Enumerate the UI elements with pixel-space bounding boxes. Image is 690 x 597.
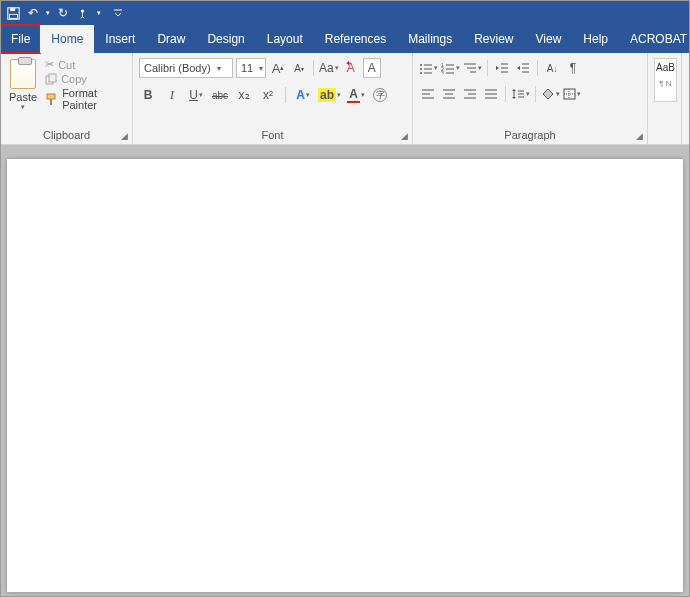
style-normal[interactable]: AaB ¶ N xyxy=(654,58,677,102)
tab-home[interactable]: Home xyxy=(40,25,94,53)
undo-icon[interactable]: ↶ xyxy=(28,6,38,20)
chevron-down-icon: ▾ xyxy=(259,64,263,73)
tab-view[interactable]: View xyxy=(525,25,573,53)
ribbon-tabs: File Home Insert Draw Design Layout Refe… xyxy=(1,25,689,53)
group-clipboard: Paste ▾ ✂ Cut Copy Format Painter Clipbo… xyxy=(1,53,133,144)
font-group-label: Font xyxy=(137,127,408,144)
shading-button[interactable]: ▾ xyxy=(541,84,560,104)
copy-icon xyxy=(45,73,57,85)
line-spacing-button[interactable]: ▾ xyxy=(511,84,530,104)
quick-access-toolbar: ↶ ▾ ↻ ▾ xyxy=(1,1,689,25)
tab-references[interactable]: References xyxy=(314,25,397,53)
style-preview: AaB xyxy=(656,62,675,73)
cut-button[interactable]: ✂ Cut xyxy=(45,58,124,71)
svg-point-3 xyxy=(81,9,84,12)
character-border-button[interactable]: A xyxy=(363,58,381,78)
separator xyxy=(285,87,286,103)
svg-rect-8 xyxy=(50,99,52,105)
numbering-button[interactable]: 123▾ xyxy=(441,58,460,78)
subscript-button[interactable]: x₂ xyxy=(235,85,253,105)
redo-icon[interactable]: ↻ xyxy=(58,6,68,20)
justify-button[interactable] xyxy=(482,84,500,104)
svg-rect-2 xyxy=(9,14,17,18)
touch-mode-icon[interactable] xyxy=(76,7,89,20)
change-case-button[interactable]: Aa▾ xyxy=(319,58,339,78)
clear-formatting-button[interactable]: A✦ xyxy=(342,58,360,78)
separator xyxy=(313,60,314,76)
highlight-button[interactable]: ab▾ xyxy=(318,85,341,105)
format-painter-label: Format Painter xyxy=(62,87,124,111)
italic-button[interactable]: I xyxy=(163,85,181,105)
styles-group-label xyxy=(652,139,677,144)
clipboard-group-label: Clipboard xyxy=(5,127,128,144)
superscript-button[interactable]: x² xyxy=(259,85,277,105)
undo-dropdown-icon[interactable]: ▾ xyxy=(46,9,50,17)
sort-button[interactable]: A↓ xyxy=(543,58,561,78)
copy-button[interactable]: Copy xyxy=(45,73,124,85)
separator xyxy=(487,60,488,76)
paragraph-launcher-icon[interactable]: ◢ xyxy=(636,131,643,141)
paste-button[interactable]: Paste ▾ xyxy=(5,55,41,127)
document-background xyxy=(1,145,689,597)
font-launcher-icon[interactable]: ◢ xyxy=(401,131,408,141)
paste-dropdown-icon[interactable]: ▾ xyxy=(21,103,25,111)
group-paragraph: ▾ 123▾ ▾ A↓ ¶ ▾ ▾ ▾ Para xyxy=(413,53,648,144)
group-font: Calibri (Body)▾ 11▾ A▴ A▾ Aa▾ A✦ A B I U… xyxy=(133,53,413,144)
cut-label: Cut xyxy=(58,59,75,71)
qat-customize-icon[interactable] xyxy=(113,8,123,18)
svg-text:3: 3 xyxy=(441,70,444,74)
separator xyxy=(537,60,538,76)
font-name-value: Calibri (Body) xyxy=(144,62,211,74)
font-color-button[interactable]: A▾ xyxy=(347,85,365,105)
font-size-combo[interactable]: 11▾ xyxy=(236,58,266,78)
underline-button[interactable]: U▾ xyxy=(187,85,205,105)
copy-label: Copy xyxy=(61,73,87,85)
svg-rect-1 xyxy=(10,7,15,10)
bold-button[interactable]: B xyxy=(139,85,157,105)
align-right-button[interactable] xyxy=(461,84,479,104)
scissors-icon: ✂ xyxy=(45,58,54,71)
grow-font-button[interactable]: A▴ xyxy=(269,58,287,78)
font-name-combo[interactable]: Calibri (Body)▾ xyxy=(139,58,233,78)
style-name: ¶ N xyxy=(655,79,676,88)
font-size-value: 11 xyxy=(241,62,253,74)
multilevel-list-button[interactable]: ▾ xyxy=(463,58,482,78)
tab-draw[interactable]: Draw xyxy=(146,25,196,53)
tab-acrobat[interactable]: ACROBAT xyxy=(619,25,690,53)
increase-indent-button[interactable] xyxy=(514,58,532,78)
tab-insert[interactable]: Insert xyxy=(94,25,146,53)
show-marks-button[interactable]: ¶ xyxy=(564,58,582,78)
ribbon: Paste ▾ ✂ Cut Copy Format Painter Clipbo… xyxy=(1,53,689,145)
clipboard-launcher-icon[interactable]: ◢ xyxy=(121,131,128,141)
group-styles: AaB ¶ N xyxy=(648,53,682,144)
bullets-button[interactable]: ▾ xyxy=(419,58,438,78)
decrease-indent-button[interactable] xyxy=(493,58,511,78)
text-effects-button[interactable]: A▾ xyxy=(294,85,312,105)
separator xyxy=(505,86,506,102)
align-center-button[interactable] xyxy=(440,84,458,104)
touch-dropdown-icon[interactable]: ▾ xyxy=(97,9,101,17)
paragraph-group-label: Paragraph xyxy=(417,127,643,144)
chevron-down-icon: ▾ xyxy=(217,64,221,73)
tab-design[interactable]: Design xyxy=(196,25,255,53)
shrink-font-button[interactable]: A▾ xyxy=(290,58,308,78)
align-left-button[interactable] xyxy=(419,84,437,104)
document-page[interactable] xyxy=(7,159,683,592)
svg-point-9 xyxy=(420,64,422,66)
format-painter-button[interactable]: Format Painter xyxy=(45,87,124,111)
tab-review[interactable]: Review xyxy=(463,25,524,53)
svg-point-11 xyxy=(420,68,422,70)
save-icon[interactable] xyxy=(7,7,20,20)
tab-layout[interactable]: Layout xyxy=(256,25,314,53)
svg-rect-7 xyxy=(47,94,55,99)
separator xyxy=(535,86,536,102)
borders-button[interactable]: ▾ xyxy=(563,84,581,104)
format-painter-icon xyxy=(45,93,58,106)
strikethrough-button[interactable]: abc xyxy=(211,85,229,105)
enclose-characters-button[interactable]: 字 xyxy=(371,85,389,105)
svg-point-13 xyxy=(420,72,422,74)
tab-mailings[interactable]: Mailings xyxy=(397,25,463,53)
paste-icon xyxy=(10,59,36,89)
tab-file[interactable]: File xyxy=(0,24,41,54)
tab-help[interactable]: Help xyxy=(572,25,619,53)
